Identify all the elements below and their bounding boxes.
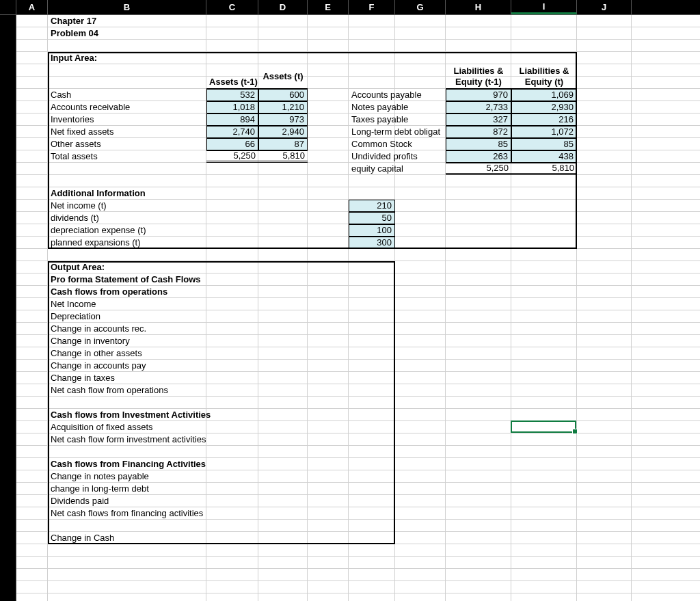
ops-row[interactable]: Net Income: [48, 298, 349, 310]
liab-t[interactable]: 438: [511, 150, 577, 163]
liab-t1[interactable]: 2,733: [446, 101, 511, 113]
liab-label[interactable]: Common Stock: [349, 138, 446, 150]
title-problem[interactable]: Problem 04: [48, 27, 206, 40]
active-cell-indicator: [511, 420, 576, 433]
addl-val[interactable]: 50: [349, 212, 395, 224]
assets-total-t[interactable]: 5,810: [258, 150, 308, 163]
liab-label[interactable]: Accounts payable: [349, 89, 446, 101]
ops-row[interactable]: Net cash flow from operations: [48, 384, 349, 397]
col-header-C[interactable]: C: [206, 0, 258, 14]
col-header-E[interactable]: E: [308, 0, 349, 14]
addl-label[interactable]: Net income (t): [48, 200, 206, 212]
liab-total-label[interactable]: equity capital: [349, 163, 446, 175]
addl-val[interactable]: 100: [349, 224, 395, 237]
asset-t[interactable]: 1,210: [258, 101, 308, 113]
col-header-G[interactable]: G: [395, 0, 446, 14]
inv-row[interactable]: Acquisition of fixed assets: [48, 421, 395, 433]
asset-t1[interactable]: 894: [206, 113, 258, 126]
col-header-J[interactable]: J: [577, 0, 632, 14]
asset-label[interactable]: Accounts receivable: [48, 101, 206, 113]
assets-total-t1[interactable]: 5,250: [206, 150, 258, 163]
row-gutter: [0, 15, 16, 601]
liab-t1[interactable]: 327: [446, 113, 511, 126]
asset-label[interactable]: Other assets: [48, 138, 206, 150]
col-header-B[interactable]: B: [48, 0, 206, 14]
liab-label[interactable]: Undivided profits: [349, 150, 446, 163]
addl-label[interactable]: depreciation expense (t): [48, 224, 206, 237]
assets-total-label[interactable]: Total assets: [48, 150, 206, 163]
liab-t1-header[interactable]: Liabilities & Equity (t-1): [446, 64, 511, 89]
liab-t[interactable]: 85: [511, 138, 577, 150]
asset-t1[interactable]: 532: [206, 89, 258, 101]
title-chapter[interactable]: Chapter 17: [48, 15, 206, 27]
liab-t[interactable]: 2,930: [511, 101, 577, 113]
fin-header[interactable]: Cash flows from Financing Activities: [48, 458, 395, 470]
liab-t-header[interactable]: Liabilities & Equity (t): [511, 64, 577, 89]
inv-row[interactable]: Net cash flow form investment activities: [48, 433, 395, 446]
ops-header[interactable]: Cash flows from operations: [48, 286, 349, 298]
ops-row[interactable]: Change in other assets: [48, 347, 349, 360]
column-headers: ABCDEFGHIJ: [0, 0, 700, 15]
col-header-A[interactable]: A: [16, 0, 48, 14]
fin-row[interactable]: Dividends paid: [48, 495, 395, 507]
liab-t1[interactable]: 970: [446, 89, 511, 101]
liab-label[interactable]: Taxes payable: [349, 113, 446, 126]
asset-t1[interactable]: 1,018: [206, 101, 258, 113]
asset-t[interactable]: 600: [258, 89, 308, 101]
spreadsheet: ABCDEFGHIJ Chapter 17Problem 04Input Are…: [0, 0, 700, 601]
liab-label[interactable]: Long-term debt obligat: [349, 126, 446, 138]
liab-t1[interactable]: 872: [446, 126, 511, 138]
ops-row[interactable]: Change in inventory: [48, 335, 349, 347]
input-area-label[interactable]: Input Area:: [48, 52, 206, 64]
liab-total-t1[interactable]: 5,250: [446, 163, 511, 175]
ops-row[interactable]: Change in accounts pay: [48, 360, 349, 372]
liab-t1[interactable]: 85: [446, 138, 511, 150]
liab-t[interactable]: 216: [511, 113, 577, 126]
liab-total-t[interactable]: 5,810: [511, 163, 577, 175]
cells-grid[interactable]: Chapter 17Problem 04Input Area:Assets (t…: [16, 15, 700, 601]
output-area-label[interactable]: Output Area:: [48, 261, 206, 273]
col-header-H[interactable]: H: [446, 0, 511, 14]
asset-t1[interactable]: 66: [206, 138, 258, 150]
fin-row[interactable]: Change in notes payable: [48, 470, 395, 483]
col-header-I[interactable]: I: [511, 0, 577, 14]
liab-t1[interactable]: 263: [446, 150, 511, 163]
ops-row[interactable]: Depreciation: [48, 310, 349, 323]
col-header-F[interactable]: F: [349, 0, 395, 14]
liab-label[interactable]: Notes payable: [349, 101, 446, 113]
assets-t1-header[interactable]: Assets (t-1): [206, 64, 258, 89]
asset-t[interactable]: 2,940: [258, 126, 308, 138]
inv-header[interactable]: Cash flows from Investment Activities: [48, 409, 395, 421]
asset-label[interactable]: Cash: [48, 89, 206, 101]
asset-t[interactable]: 87: [258, 138, 308, 150]
asset-t[interactable]: 973: [258, 113, 308, 126]
ops-row[interactable]: Change in taxes: [48, 372, 349, 384]
fin-row[interactable]: Net cash flows from financing activities: [48, 507, 395, 520]
addl-val[interactable]: 210: [349, 200, 395, 212]
asset-label[interactable]: Net fixed assets: [48, 126, 206, 138]
liab-t[interactable]: 1,072: [511, 126, 577, 138]
assets-t-header[interactable]: Assets (t): [258, 64, 308, 89]
asset-label[interactable]: Inventories: [48, 113, 206, 126]
addl-info-label[interactable]: Additional Information: [48, 187, 206, 200]
asset-t1[interactable]: 2,740: [206, 126, 258, 138]
cf-title[interactable]: Pro forma Statement of Cash Flows: [48, 273, 349, 286]
fin-row[interactable]: change in long-term debt: [48, 483, 395, 495]
liab-t[interactable]: 1,069: [511, 89, 577, 101]
addl-label[interactable]: dividends (t): [48, 212, 206, 224]
ops-row[interactable]: Change in accounts rec.: [48, 323, 349, 335]
select-all-corner[interactable]: [0, 0, 16, 14]
col-header-D[interactable]: D: [258, 0, 308, 14]
